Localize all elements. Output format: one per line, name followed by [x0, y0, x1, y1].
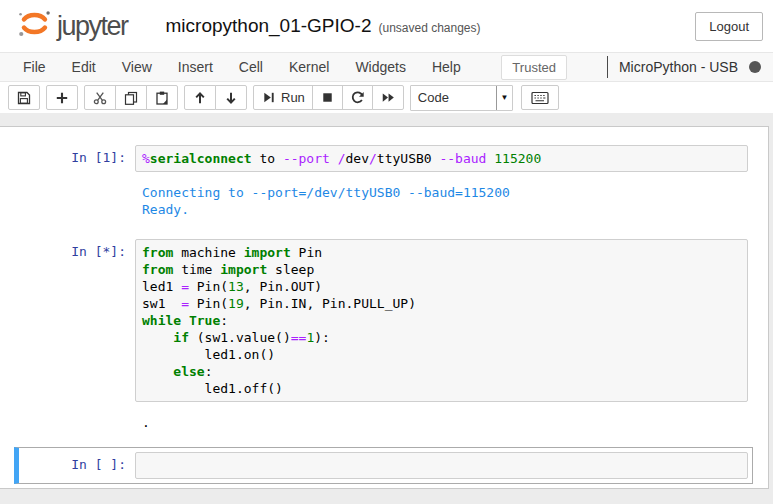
jupyter-logo-icon	[14, 8, 54, 44]
menu-item-kernel[interactable]: Kernel	[276, 53, 342, 81]
notebook-container: In [1]: %serialconnect to --port /dev/tt…	[0, 126, 769, 489]
code-input[interactable]: %serialconnect to --port /dev/ttyUSB0 --…	[135, 145, 748, 172]
copy-cell-icon	[123, 90, 139, 106]
restart-run-all-icon	[380, 90, 396, 105]
kernel-busy-indicator-icon	[749, 61, 761, 73]
jupyter-logo-text: jupyter	[57, 11, 128, 42]
menubar-right: Trusted MicroPython - USB	[501, 55, 765, 80]
restart-run-all-button[interactable]	[372, 85, 404, 110]
move-cell-down-button[interactable]	[215, 85, 247, 110]
restart-kernel-button[interactable]	[342, 85, 373, 110]
run-cell-button[interactable]: Run	[253, 85, 313, 110]
save-icon	[16, 90, 32, 106]
notebook-header: jupyter micropython_01-GPIO-2 (unsaved c…	[0, 0, 773, 113]
menu-item-insert[interactable]: Insert	[165, 53, 226, 81]
input-prompt: In [1]:	[23, 145, 135, 172]
chevron-down-icon: ▼	[496, 86, 512, 110]
menu-item-widgets[interactable]: Widgets	[342, 53, 419, 81]
move-cell-up-button[interactable]	[184, 85, 216, 110]
save-button[interactable]	[8, 85, 40, 110]
menu-item-cell[interactable]: Cell	[226, 53, 276, 81]
jupyter-logo[interactable]: jupyter	[14, 8, 128, 44]
run-icon	[261, 90, 276, 105]
code-input[interactable]: from machine import Pinfrom time import …	[135, 239, 748, 402]
interrupt-kernel-button[interactable]	[312, 85, 343, 110]
restart-kernel-icon	[350, 90, 365, 105]
move-up-icon	[192, 90, 208, 106]
run-button-label: Run	[281, 90, 305, 105]
autosave-status: (unsaved changes)	[378, 21, 480, 35]
menu-item-view[interactable]: View	[109, 53, 165, 81]
input-prompt: In [ ]:	[23, 452, 135, 479]
cell-output: Connecting to --port=/dev/ttyUSB0 --baud…	[135, 172, 748, 220]
notebook-title[interactable]: micropython_01-GPIO-2	[166, 15, 372, 37]
menu-item-edit[interactable]: Edit	[59, 53, 109, 81]
stop-icon	[320, 90, 335, 105]
keyboard-icon	[531, 91, 549, 105]
kernel-name: MicroPython - USB	[619, 59, 738, 75]
code-cell-1[interactable]: In [1]: %serialconnect to --port /dev/tt…	[14, 140, 753, 225]
add-cell-icon	[54, 90, 70, 106]
title-row: jupyter micropython_01-GPIO-2 (unsaved c…	[0, 0, 773, 52]
cut-cell-button[interactable]	[84, 85, 116, 110]
code-cell-3-selected[interactable]: In [ ]:	[14, 447, 753, 484]
menu-items: FileEditViewInsertCellKernelWidgetsHelp	[10, 53, 474, 81]
kernel-separator	[607, 56, 608, 78]
logout-button[interactable]: Logout	[695, 12, 763, 41]
menu-item-file[interactable]: File	[10, 53, 59, 81]
command-palette-button[interactable]	[521, 85, 559, 110]
cut-cell-icon	[92, 90, 108, 106]
cell-type-select[interactable]: Code ▼	[410, 85, 513, 111]
code-input-empty[interactable]	[135, 452, 748, 479]
menubar: FileEditViewInsertCellKernelWidgetsHelp …	[0, 52, 773, 82]
add-cell-button[interactable]	[46, 85, 78, 110]
cell-type-value: Code	[411, 90, 496, 105]
paste-cell-button[interactable]	[146, 85, 178, 110]
cell-output: .	[135, 402, 748, 433]
paste-cell-icon	[154, 90, 170, 106]
copy-cell-button[interactable]	[115, 85, 147, 110]
toolbar: Run Code ▼	[0, 82, 773, 113]
trusted-badge[interactable]: Trusted	[501, 55, 567, 80]
move-down-icon	[223, 90, 239, 106]
input-prompt: In [*]:	[23, 239, 135, 402]
code-cell-2[interactable]: In [*]: from machine import Pinfrom time…	[14, 234, 753, 438]
menu-item-help[interactable]: Help	[419, 53, 474, 81]
